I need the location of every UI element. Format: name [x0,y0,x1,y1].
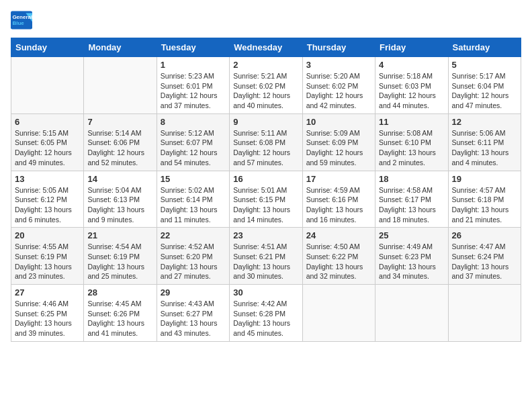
day-number: 16 [233,174,298,184]
day-info: Sunrise: 5:01 AMSunset: 6:15 PMDaylight:… [233,185,298,225]
calendar-header-row: SundayMondayTuesdayWednesdayThursdayFrid… [11,38,521,57]
day-info: Sunrise: 5:05 AMSunset: 6:12 PMDaylight:… [15,185,80,225]
day-number: 5 [452,60,517,70]
day-info: Sunrise: 5:12 AMSunset: 6:07 PMDaylight:… [161,128,226,168]
day-info: Sunrise: 5:23 AMSunset: 6:01 PMDaylight:… [161,71,226,111]
day-info: Sunrise: 5:06 AMSunset: 6:11 PMDaylight:… [452,128,517,168]
calendar-week-row: 20Sunrise: 4:55 AMSunset: 6:19 PMDayligh… [11,228,521,285]
day-number: 1 [161,60,226,70]
calendar-cell [302,285,375,342]
day-info: Sunrise: 4:49 AMSunset: 6:23 PMDaylight:… [379,242,444,281]
day-number: 3 [306,60,371,70]
day-header-tuesday: Tuesday [157,38,229,57]
day-info: Sunrise: 4:50 AMSunset: 6:22 PMDaylight:… [306,242,371,281]
calendar-cell: 23Sunrise: 4:51 AMSunset: 6:21 PMDayligh… [230,228,302,285]
day-number: 12 [452,117,517,127]
svg-text:General: General [12,14,32,20]
day-info: Sunrise: 4:54 AMSunset: 6:19 PMDaylight:… [87,242,152,281]
day-header-thursday: Thursday [302,38,375,57]
day-info: Sunrise: 5:21 AMSunset: 6:02 PMDaylight:… [233,71,298,111]
calendar-cell: 25Sunrise: 4:49 AMSunset: 6:23 PMDayligh… [375,228,448,285]
calendar-cell [84,57,157,114]
day-number: 26 [452,230,517,240]
day-number: 24 [306,230,371,240]
day-number: 4 [379,60,444,70]
day-info: Sunrise: 5:14 AMSunset: 6:06 PMDaylight:… [87,128,152,168]
day-info: Sunrise: 4:45 AMSunset: 6:26 PMDaylight:… [87,299,152,338]
calendar-cell [375,285,448,342]
calendar-week-row: 6Sunrise: 5:15 AMSunset: 6:05 PMDaylight… [11,113,521,171]
day-number: 22 [161,230,226,240]
calendar-cell: 13Sunrise: 5:05 AMSunset: 6:12 PMDayligh… [11,171,84,228]
day-number: 20 [15,230,80,240]
calendar-cell: 24Sunrise: 4:50 AMSunset: 6:22 PMDayligh… [302,228,375,285]
calendar-cell: 8Sunrise: 5:12 AMSunset: 6:07 PMDaylight… [157,113,229,171]
day-info: Sunrise: 4:46 AMSunset: 6:25 PMDaylight:… [15,299,80,338]
day-info: Sunrise: 5:08 AMSunset: 6:10 PMDaylight:… [379,128,444,168]
day-info: Sunrise: 4:47 AMSunset: 6:24 PMDaylight:… [452,242,517,281]
header: General Blue [11,11,521,30]
calendar-cell: 27Sunrise: 4:46 AMSunset: 6:25 PMDayligh… [11,285,84,342]
day-number: 18 [379,174,444,184]
day-number: 28 [87,287,152,298]
calendar-week-row: 13Sunrise: 5:05 AMSunset: 6:12 PMDayligh… [11,171,521,228]
calendar-cell: 30Sunrise: 4:42 AMSunset: 6:28 PMDayligh… [230,285,302,342]
day-number: 6 [15,117,80,127]
day-number: 14 [87,174,152,184]
day-info: Sunrise: 4:42 AMSunset: 6:28 PMDaylight:… [233,299,298,338]
day-number: 27 [15,287,80,298]
day-info: Sunrise: 5:09 AMSunset: 6:09 PMDaylight:… [306,128,371,168]
day-number: 29 [161,287,226,298]
calendar-cell: 20Sunrise: 4:55 AMSunset: 6:19 PMDayligh… [11,228,84,285]
day-info: Sunrise: 4:51 AMSunset: 6:21 PMDaylight:… [233,242,298,281]
calendar-cell: 14Sunrise: 5:04 AMSunset: 6:13 PMDayligh… [84,171,157,228]
day-number: 13 [15,174,80,184]
day-info: Sunrise: 4:58 AMSunset: 6:17 PMDaylight:… [379,185,444,225]
calendar-cell: 16Sunrise: 5:01 AMSunset: 6:15 PMDayligh… [230,171,302,228]
logo-icon: General Blue [11,11,32,30]
calendar-cell [448,285,521,342]
calendar-cell: 12Sunrise: 5:06 AMSunset: 6:11 PMDayligh… [448,113,521,171]
calendar-cell: 29Sunrise: 4:43 AMSunset: 6:27 PMDayligh… [157,285,229,342]
day-header-saturday: Saturday [448,38,521,57]
day-info: Sunrise: 5:04 AMSunset: 6:13 PMDaylight:… [87,185,152,225]
day-number: 23 [233,230,298,240]
calendar-cell: 7Sunrise: 5:14 AMSunset: 6:06 PMDaylight… [84,113,157,171]
day-number: 11 [379,117,444,127]
day-number: 7 [87,117,152,127]
day-number: 10 [306,117,371,127]
calendar-cell: 10Sunrise: 5:09 AMSunset: 6:09 PMDayligh… [302,113,375,171]
day-info: Sunrise: 4:52 AMSunset: 6:20 PMDaylight:… [161,242,226,281]
day-number: 25 [379,230,444,240]
calendar-cell: 22Sunrise: 4:52 AMSunset: 6:20 PMDayligh… [157,228,229,285]
logo: General Blue [11,11,32,30]
day-header-wednesday: Wednesday [230,38,302,57]
day-info: Sunrise: 5:18 AMSunset: 6:03 PMDaylight:… [379,71,444,111]
calendar-week-row: 1Sunrise: 5:23 AMSunset: 6:01 PMDaylight… [11,57,521,114]
day-info: Sunrise: 5:17 AMSunset: 6:04 PMDaylight:… [452,71,517,111]
day-info: Sunrise: 5:20 AMSunset: 6:02 PMDaylight:… [306,71,371,111]
calendar-cell: 4Sunrise: 5:18 AMSunset: 6:03 PMDaylight… [375,57,448,114]
day-info: Sunrise: 5:15 AMSunset: 6:05 PMDaylight:… [15,128,80,168]
calendar-cell: 2Sunrise: 5:21 AMSunset: 6:02 PMDaylight… [230,57,302,114]
day-number: 8 [161,117,226,127]
calendar-cell: 28Sunrise: 4:45 AMSunset: 6:26 PMDayligh… [84,285,157,342]
calendar-cell: 15Sunrise: 5:02 AMSunset: 6:14 PMDayligh… [157,171,229,228]
calendar-cell: 18Sunrise: 4:58 AMSunset: 6:17 PMDayligh… [375,171,448,228]
day-number: 19 [452,174,517,184]
calendar-cell: 9Sunrise: 5:11 AMSunset: 6:08 PMDaylight… [230,113,302,171]
day-info: Sunrise: 5:02 AMSunset: 6:14 PMDaylight:… [161,185,226,225]
day-number: 9 [233,117,298,127]
day-header-monday: Monday [84,38,157,57]
calendar-week-row: 27Sunrise: 4:46 AMSunset: 6:25 PMDayligh… [11,285,521,342]
day-info: Sunrise: 4:59 AMSunset: 6:16 PMDaylight:… [306,185,371,225]
svg-text:Blue: Blue [12,20,24,26]
calendar-cell: 19Sunrise: 4:57 AMSunset: 6:18 PMDayligh… [448,171,521,228]
calendar-cell: 6Sunrise: 5:15 AMSunset: 6:05 PMDaylight… [11,113,84,171]
day-number: 21 [87,230,152,240]
calendar-cell: 5Sunrise: 5:17 AMSunset: 6:04 PMDaylight… [448,57,521,114]
day-info: Sunrise: 4:55 AMSunset: 6:19 PMDaylight:… [15,242,80,281]
day-info: Sunrise: 4:57 AMSunset: 6:18 PMDaylight:… [452,185,517,225]
calendar-cell: 17Sunrise: 4:59 AMSunset: 6:16 PMDayligh… [302,171,375,228]
calendar-cell: 1Sunrise: 5:23 AMSunset: 6:01 PMDaylight… [157,57,229,114]
